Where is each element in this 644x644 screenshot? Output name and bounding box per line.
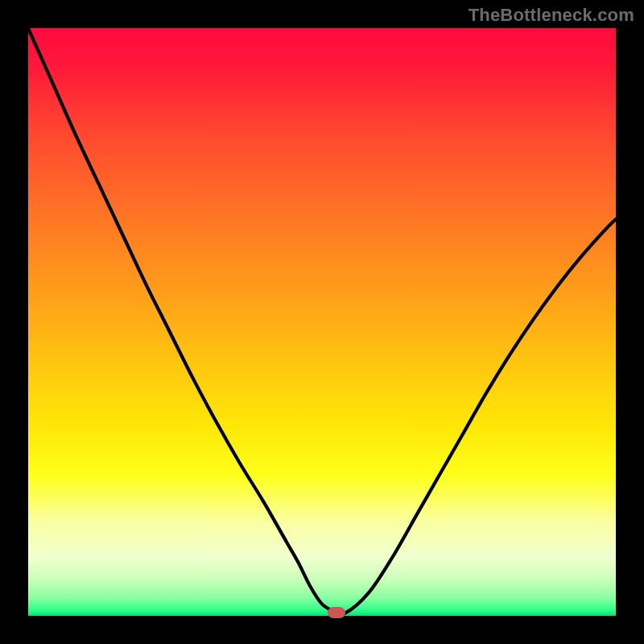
- watermark-text: TheBottleneck.com: [469, 5, 634, 26]
- chart-frame: TheBottleneck.com: [0, 0, 644, 644]
- optimal-point-marker: [328, 607, 345, 618]
- bottleneck-curve: [28, 28, 616, 616]
